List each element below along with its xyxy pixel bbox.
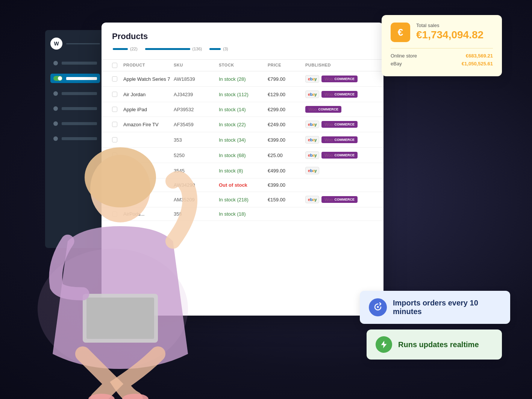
panel-title: Products [112,32,373,41]
col-product: PRODUCT [123,63,174,68]
ebay-badge: ebay [305,167,319,174]
import-sync-icon [373,302,383,312]
woo-badge: WooCOMMERCE [321,121,358,128]
breakdown-label-2: eBay [391,61,402,66]
ebay-badge: ebay [305,75,319,83]
person-area [0,91,226,399]
tab-bar-2 [145,48,190,50]
wp-logo-icon: W [50,38,62,50]
stock-status: In stock (28) [219,76,268,82]
table-row[interactable]: Apple Watch Series 7 AW18539 In stock (2… [102,71,383,87]
woo-badge: WooCOMMERCE [321,136,358,143]
svg-rect-5 [86,298,154,339]
publishers: ebay [305,167,373,174]
svg-point-0 [377,306,379,308]
price-text: €399.00 [268,137,305,143]
woo-badge: WooCOMMERCE [321,91,358,98]
tab-label-2: (136) [192,47,202,51]
price-text: €129.00 [268,92,305,97]
price-text: €299.00 [268,107,305,112]
publishers: ebay WooCOMMERCE [305,196,373,203]
sidebar-item-2-active[interactable] [50,74,100,83]
sidebar-line-1 [62,62,97,65]
tab-count-2[interactable]: (136) [145,47,202,51]
sidebar-line-2 [66,77,97,80]
stock-status: In stock (112) [219,92,268,97]
import-orders-badge: Imports orders every 10 minutes [360,291,510,324]
stock-status: In stock (34) [219,137,268,143]
price-text: €249.00 [268,122,305,127]
import-text: Imports orders every 10 minutes [393,299,501,316]
sidebar-item-1[interactable] [50,59,100,68]
ebay-badge: ebay [305,91,319,98]
realtime-icon [376,336,392,353]
import-icon [369,298,387,316]
product-name: Apple Watch Series 7 [123,76,174,82]
price-text: €799.00 [268,76,305,82]
sku-text: AW18539 [174,76,219,82]
publishers: ebay WooCOMMERCE [305,75,373,83]
svg-point-3 [85,147,156,207]
stock-status-out: Out of stock [219,182,268,188]
breakdown-value-2: €1,050,525.61 [462,61,493,66]
stock-status: In stock (68) [219,153,268,158]
tab-label-1: (22) [130,47,138,51]
tab-label-3: (3) [223,47,228,51]
woo-badge: WooCOMMERCE [321,76,358,82]
card-labels: Total sales €1,734,094.82 [416,23,493,40]
total-sales-value: €1,734,094.82 [416,30,493,40]
publishers: ebay WooCOMMERCE [305,91,373,98]
stock-status: In stock (14) [219,107,268,112]
ebay-badge: ebay [305,136,319,144]
person-illustration [8,98,218,399]
table-header: PRODUCT SKU STOCK PRICE PUBLISHED [102,59,383,71]
col-published: PUBLISHED [305,63,373,68]
lightning-icon [379,340,388,349]
breakdown-value-1: €683,569.21 [466,53,493,59]
publishers: WooCOMMERCE [305,106,373,113]
total-sales-label: Total sales [416,23,493,28]
panel-header: Products (22) (136) (3) [102,23,383,59]
sidebar-dot-1 [53,61,58,65]
publishers: ebay WooCOMMERCE [305,121,373,128]
ebay-badge: ebay [305,151,319,159]
tab-count-3[interactable]: (3) [209,47,228,51]
sidebar-toggle[interactable] [53,76,62,81]
wp-logo-area: W [50,38,100,50]
sales-breakdown: Online store €683,569.21 eBay €1,050,525… [391,48,493,66]
price-text: €399.00 [268,182,305,188]
col-sku: SKU [174,63,219,68]
woo-badge: WooCOMMERCE [321,152,358,159]
breakdown-row-2: eBay €1,050,525.61 [391,61,493,66]
ebay-badge: ebay [305,121,319,128]
ebay-badge: ebay [305,196,319,203]
stock-status: In stock (218) [219,197,268,203]
tab-counts: (22) (136) (3) [112,47,373,51]
select-all-checkbox[interactable] [112,63,117,68]
tab-count-1[interactable]: (22) [113,47,138,51]
publishers: ebay WooCOMMERCE [305,136,373,144]
realtime-badge: Runs updates realtime [367,329,502,360]
realtime-text: Runs updates realtime [398,340,479,349]
wp-logo-line [66,43,100,44]
card-top: € Total sales €1,734,094.82 [391,23,493,42]
row-checkbox[interactable] [112,76,117,82]
price-text: €25.00 [268,153,305,158]
woo-badge: WooCOMMERCE [305,106,341,113]
breakdown-row-1: Online store €683,569.21 [391,53,493,59]
price-text: €159.00 [268,197,305,203]
publishers: ebay WooCOMMERCE [305,151,373,159]
stock-status: In stock (22) [219,122,268,127]
breakdown-label-1: Online store [391,53,417,59]
col-stock: STOCK [219,63,268,68]
woo-badge: WooCOMMERCE [321,196,358,203]
euro-icon: € [391,23,410,42]
total-sales-card: € Total sales €1,734,094.82 Online store… [382,15,502,76]
stock-status: In stock (8) [219,168,268,174]
col-price: PRICE [268,63,305,68]
stock-status: In stock (18) [219,211,268,217]
tab-bar-1 [113,48,128,50]
price-text: €499.00 [268,168,305,174]
tab-bar-3 [209,48,221,50]
